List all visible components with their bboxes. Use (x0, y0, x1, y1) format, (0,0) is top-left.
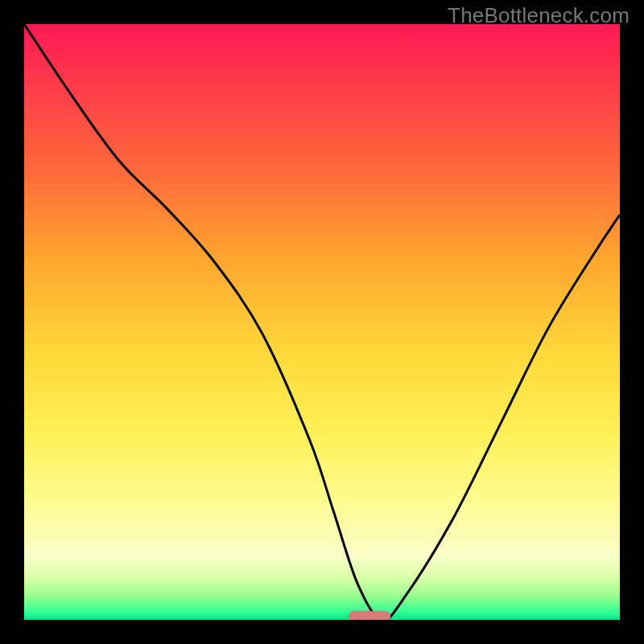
plot-area (24, 24, 620, 620)
curve-svg (24, 24, 620, 620)
watermark-text: TheBottleneck.com (448, 3, 630, 28)
optimum-marker (349, 611, 390, 620)
chart-frame: TheBottleneck.com (0, 0, 644, 644)
bottleneck-curve (24, 24, 620, 620)
